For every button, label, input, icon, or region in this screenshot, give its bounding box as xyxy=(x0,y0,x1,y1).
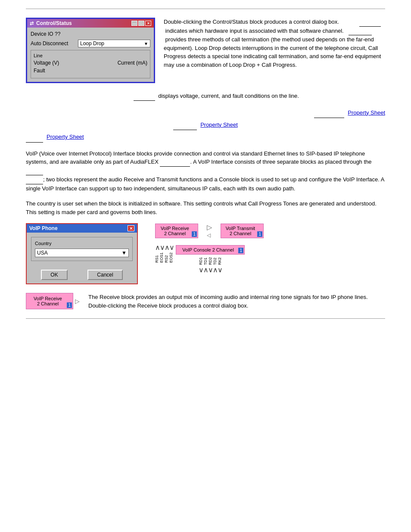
ps3-blank xyxy=(26,132,43,142)
receive-section: VoIP Receive 2 Channel 1 ▷ The Receive b… xyxy=(26,293,385,310)
blank1 xyxy=(359,18,381,27)
cs-auto-disconnect-label: Auto Disconnect xyxy=(31,40,78,47)
ps1-link[interactable]: Property Sheet xyxy=(348,108,385,118)
rot-rd1: RD1 xyxy=(199,257,203,265)
cs-fault-label: Fault xyxy=(34,68,45,74)
cs-dropdown-value: Loop Drop xyxy=(80,40,104,47)
country-p1: The country is user set when the block i… xyxy=(26,199,385,216)
rot-rd2: RD2 xyxy=(209,257,212,265)
voip-blank1 xyxy=(160,158,190,167)
rot-rs1: RS1 xyxy=(155,252,159,263)
wave-top: ∧∨∧∨ xyxy=(155,243,174,252)
voip-cancel-btn[interactable]: Cancel xyxy=(87,270,122,280)
voip-console-block: VoIP Console 2 Channel 1 xyxy=(176,245,245,255)
voip-receive-block: VoIP Receive 2 Channel 1 xyxy=(155,224,198,238)
cs-close-btn[interactable]: ✕ xyxy=(145,21,151,26)
rot-td1: TD1 xyxy=(204,257,208,265)
cs-dropdown-arrow: ▼ xyxy=(144,41,148,46)
receive-description: The Receive block provides an output mix… xyxy=(88,293,385,310)
section2: displays voltage, current, and fault con… xyxy=(26,92,385,101)
receive-block-sub: 2 Channel xyxy=(31,301,65,306)
blank2 xyxy=(349,27,372,36)
cs-titlebar-controls: — □ ✕ xyxy=(131,21,151,26)
cs-device-io-row: Device IO ?? xyxy=(31,31,150,37)
section2-blank xyxy=(134,92,155,101)
wave-bottom: ∨∧∨∧∨ xyxy=(199,266,222,274)
voip-receive-sub: 2 Channel xyxy=(159,231,191,236)
voip-phone-dialog: VoIP Phone ✕ Country USA ▼ OK Cancel xyxy=(26,223,138,284)
page-container: ⇄ Control/Status — □ ✕ Device IO ?? Auto… xyxy=(0,0,411,532)
receive-arrow: ▷ xyxy=(75,298,80,305)
voip-transmit-block: VoIP Transmit 2 Channel 1 xyxy=(221,224,264,238)
cs-maximize-btn[interactable]: □ xyxy=(138,21,144,26)
rotated-labels-bottom: RD1 TD1 RD2 TD2 RK2 xyxy=(199,257,222,265)
rot-eos2: EOS2 xyxy=(169,252,173,263)
voip-country-group: Country USA ▼ xyxy=(31,237,133,261)
voip-transmit-num: 1 xyxy=(257,231,262,237)
cs-current-label: Current (mA) xyxy=(118,60,147,66)
control-status-dialog: ⇄ Control/Status — □ ✕ Device IO ?? Auto… xyxy=(26,18,155,83)
voip-close-btn[interactable]: ✕ xyxy=(128,225,134,231)
voip-buttons: OK Cancel xyxy=(27,270,137,283)
voip-dropdown-arrow: ▼ xyxy=(121,250,127,256)
voip-country-label: Country xyxy=(35,241,129,246)
ps-line2: Property Sheet xyxy=(26,120,385,130)
voip-transmit-sub: 2 Channel xyxy=(224,231,256,236)
receive-block-label: VoIP Receive xyxy=(31,296,65,301)
arrow-right: ▷ xyxy=(207,223,212,231)
rot-eos1: EOS1 xyxy=(160,252,164,263)
receive-block-container: VoIP Receive 2 Channel 1 ▷ xyxy=(26,293,80,309)
voip-titlebar: VoIP Phone ✕ xyxy=(27,224,137,233)
top-border xyxy=(26,9,385,9)
cs-fault-row: Fault xyxy=(34,68,147,74)
receive-block-num: 1 xyxy=(67,302,72,308)
cs-device-io-label: Device IO ?? xyxy=(31,31,78,37)
cs-voltage-current-row: Voltage (V) Current (mA) xyxy=(34,60,147,66)
cs-minimize-btn[interactable]: — xyxy=(131,21,137,26)
section1: ⇄ Control/Status — □ ✕ Device IO ?? Auto… xyxy=(26,18,385,83)
receive-text: The Receive block provides an output mix… xyxy=(88,293,385,310)
property-sheet-section: Property Sheet Property Sheet Property S… xyxy=(26,108,385,143)
cs-body: Device IO ?? Auto Disconnect Loop Drop ▼… xyxy=(27,28,154,82)
rot-rs2: RS2 xyxy=(165,252,168,263)
ps2-blank xyxy=(173,120,197,130)
voip-console-label: VoIP Console 2 Channel xyxy=(182,247,234,252)
voip-ok-btn[interactable]: OK xyxy=(41,270,67,280)
ps2-link[interactable]: Property Sheet xyxy=(200,120,238,130)
cs-icon: ⇄ xyxy=(30,21,34,26)
rot-td2: TD2 xyxy=(213,257,217,265)
arrow-left: ◁ xyxy=(207,232,212,238)
cs-line-label: Line xyxy=(34,53,147,58)
cs-dropdown[interactable]: Loop Drop ▼ xyxy=(78,40,150,47)
cs-voltage-label: Voltage (V) xyxy=(34,60,59,66)
cs-titlebar: ⇄ Control/Status — □ ✕ xyxy=(27,19,154,28)
voip-country-value: USA xyxy=(37,250,48,256)
voip-intro-p1: VoIP (Voice over Internet Protocol) Inte… xyxy=(26,149,385,193)
ps-line3: Property Sheet xyxy=(26,132,385,142)
receive-block: VoIP Receive 2 Channel 1 xyxy=(26,293,73,309)
country-section: The country is user set when the block i… xyxy=(26,199,385,216)
voip-console-num: 1 xyxy=(238,248,243,253)
voip-top-row: VoIP Receive 2 Channel 1 ▷ ◁ VoIP Transm… xyxy=(155,223,264,238)
voip-transmit-label: VoIP Transmit xyxy=(224,226,256,231)
voip-arrows: ▷ ◁ xyxy=(207,223,212,238)
voip-blank2 xyxy=(26,167,43,176)
cs-auto-disconnect-row: Auto Disconnect Loop Drop ▼ xyxy=(31,40,150,47)
voip-dialogs-section: VoIP Phone ✕ Country USA ▼ OK Cancel xyxy=(26,223,385,284)
section1-p1: Double-clicking the Control/Status block… xyxy=(164,18,385,69)
rot-rk2: RK2 xyxy=(218,257,222,265)
ps-line1: Property Sheet xyxy=(26,108,385,118)
voip-title: VoIP Phone xyxy=(29,225,58,231)
cs-title: Control/Status xyxy=(36,20,72,26)
rotated-labels-top: RS1 EOS1 RS2 EOS2 xyxy=(155,252,173,263)
section1-description: Double-clicking the Control/Status block… xyxy=(164,18,385,83)
voip-blank3 xyxy=(26,175,43,184)
voip-receive-num: 1 xyxy=(192,231,197,237)
voip-receive-label: VoIP Receive xyxy=(159,226,191,231)
ps3-link[interactable]: Property Sheet xyxy=(47,132,84,142)
voip-intro-section: VoIP (Voice over Internet Protocol) Inte… xyxy=(26,149,385,193)
voip-blocks-diagram: VoIP Receive 2 Channel 1 ▷ ◁ VoIP Transm… xyxy=(155,223,264,274)
voip-country-dropdown[interactable]: USA ▼ xyxy=(35,249,129,257)
voip-body: Country USA ▼ xyxy=(27,233,137,270)
bottom-border xyxy=(26,318,385,319)
